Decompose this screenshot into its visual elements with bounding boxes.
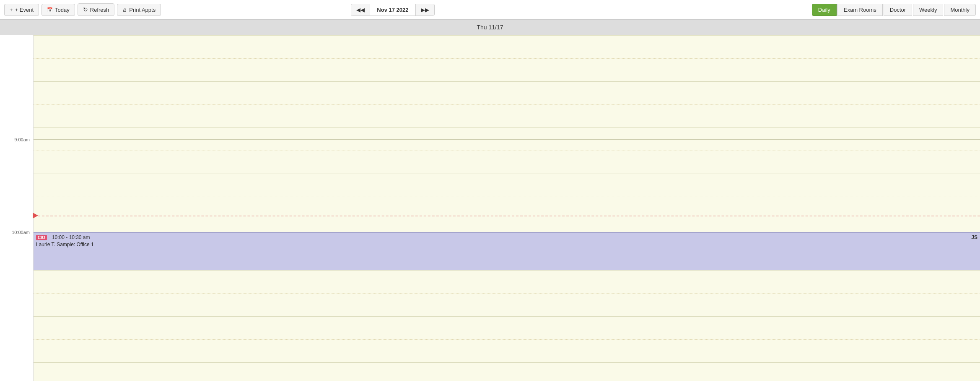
- current-time-arrow: [33, 213, 38, 219]
- calendar-day-header: Thu 11/17: [0, 20, 980, 35]
- date-nav: ◀◀ Nov 17 2022 ▶▶: [351, 4, 434, 16]
- calendar-container: Thu 11/17 9:00am 10:00am: [0, 20, 980, 381]
- appointment-header: CIO 10:00 - 10:30 am JS: [36, 234, 977, 240]
- prev-prev-icon: ◀◀: [356, 7, 365, 13]
- slot-line-0: [34, 35, 980, 36]
- view-exam-rooms-button[interactable]: Exam Rooms: [837, 4, 883, 16]
- slot-line-9: [34, 220, 980, 220]
- slot-line-14: [34, 362, 980, 363]
- current-time-line: [34, 216, 980, 216]
- time-column: 9:00am 10:00am: [0, 35, 34, 381]
- refresh-button[interactable]: ↻ Refresh: [78, 3, 115, 16]
- doctor-label: Doctor: [890, 7, 906, 13]
- prev-prev-button[interactable]: ◀◀: [351, 4, 370, 16]
- main-calendar-column[interactable]: CIO 10:00 - 10:30 am JS Laurie T. Sample…: [34, 35, 980, 381]
- refresh-icon: ↻: [83, 6, 88, 13]
- exam-rooms-label: Exam Rooms: [844, 7, 876, 13]
- day-header-label: Thu 11/17: [477, 24, 503, 31]
- slot-line-7: [34, 174, 980, 174]
- slot-line-6: [34, 151, 980, 151]
- slot-line-3: [34, 104, 980, 105]
- view-weekly-button[interactable]: Weekly: [913, 4, 943, 16]
- calendar-body: 9:00am 10:00am CIO: [0, 35, 980, 381]
- print-button[interactable]: 🖨 Print Appts: [117, 4, 161, 16]
- next-next-button[interactable]: ▶▶: [416, 4, 434, 16]
- view-doctor-button[interactable]: Doctor: [884, 4, 912, 16]
- slot-line-12: [34, 316, 980, 317]
- today-label: Today: [55, 7, 70, 13]
- current-date: Nov 17 2022: [370, 4, 415, 16]
- add-event-button[interactable]: + + Event: [4, 4, 39, 16]
- current-time-indicator: [34, 216, 980, 216]
- print-icon: 🖨: [122, 7, 127, 12]
- time-label-10am: 10:00am: [12, 230, 30, 235]
- appointment-patient-name: Laurie T. Sample: Office 1: [36, 240, 977, 247]
- weekly-label: Weekly: [919, 7, 937, 13]
- daily-label: Daily: [818, 7, 830, 13]
- view-daily-button[interactable]: Daily: [812, 4, 837, 16]
- next-next-icon: ▶▶: [421, 7, 429, 13]
- appointment-block[interactable]: CIO 10:00 - 10:30 am JS Laurie T. Sample…: [34, 232, 980, 270]
- appointment-time: 10:00 - 10:30 am: [52, 234, 969, 240]
- appointment-initials: JS: [971, 234, 977, 240]
- slot-line-1: [34, 58, 980, 59]
- slot-line-2: [34, 81, 980, 82]
- calendar-icon: 📅: [47, 7, 53, 13]
- appointment-badge: CIO: [36, 235, 47, 240]
- slot-line-5: [34, 139, 980, 140]
- time-label-9am: 9:00am: [14, 137, 30, 142]
- view-selector: Daily Exam Rooms Doctor Weekly Monthly: [812, 4, 976, 16]
- refresh-label: Refresh: [90, 7, 109, 13]
- toolbar: + + Event 📅 Today ↻ Refresh 🖨 Print Appt…: [0, 0, 980, 20]
- plus-icon: +: [10, 7, 13, 13]
- today-button[interactable]: 📅 Today: [41, 4, 75, 16]
- slot-line-8: [34, 197, 980, 197]
- slot-line-4: [34, 127, 980, 128]
- add-event-label: + Event: [15, 7, 34, 13]
- monthly-label: Monthly: [950, 7, 970, 13]
- slot-line-11: [34, 293, 980, 294]
- view-monthly-button[interactable]: Monthly: [944, 4, 976, 16]
- print-label: Print Appts: [129, 7, 156, 13]
- slot-line-10: [34, 270, 980, 271]
- slot-line-13: [34, 339, 980, 340]
